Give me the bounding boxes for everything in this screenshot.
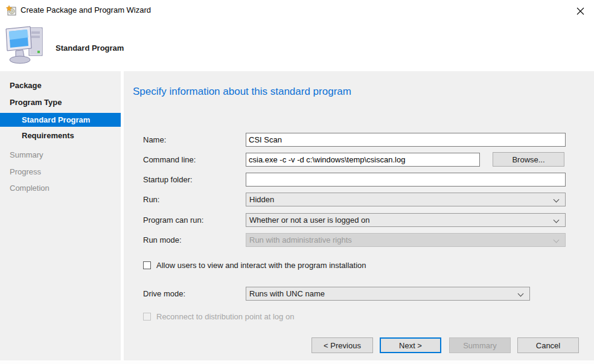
sidebar-item-package[interactable]: Package	[0, 79, 121, 92]
reconnect-checkbox	[143, 313, 151, 321]
run-label: Run:	[143, 195, 159, 204]
chevron-down-icon	[554, 217, 560, 223]
title-bar: Create Package and Program Wizard	[0, 0, 594, 22]
command-line-label: Command line:	[143, 155, 196, 164]
run-dropdown-value: Hidden	[249, 195, 274, 204]
drive-mode-dropdown-value: Runs with UNC name	[249, 289, 325, 298]
run-dropdown[interactable]: Hidden	[246, 193, 566, 206]
drive-mode-label: Drive mode:	[143, 289, 185, 298]
close-icon	[576, 7, 584, 15]
cancel-button[interactable]: Cancel	[517, 337, 579, 353]
sidebar-item-summary: Summary	[0, 148, 121, 162]
run-mode-dropdown-value: Run with administrative rights	[249, 235, 352, 244]
banner-title: Standard Program	[56, 43, 124, 53]
sidebar-item-standard-program[interactable]: Standard Program	[0, 113, 121, 127]
summary-button: Summary	[449, 337, 511, 353]
allow-interact-label: Allow users to view and interact with th…	[156, 261, 366, 270]
name-input[interactable]	[246, 133, 566, 147]
startup-folder-input[interactable]	[246, 173, 566, 187]
command-line-input[interactable]	[246, 153, 480, 167]
browse-button[interactable]: Browse...	[493, 152, 564, 167]
run-mode-dropdown: Run with administrative rights	[246, 233, 566, 247]
name-label: Name:	[143, 135, 166, 144]
previous-button[interactable]: < Previous	[311, 337, 373, 353]
wizard-banner: Standard Program	[0, 22, 594, 71]
program-can-run-dropdown[interactable]: Whether or not a user is logged on	[246, 213, 566, 227]
allow-interact-checkbox[interactable]	[143, 261, 151, 269]
wizard-content-pane: Specify information about this standard …	[124, 71, 594, 360]
allow-interact-checkbox-row[interactable]: Allow users to view and interact with th…	[143, 261, 366, 270]
program-can-run-label: Program can run:	[143, 216, 203, 225]
next-button[interactable]: Next >	[380, 337, 441, 353]
run-mode-label: Run mode:	[143, 235, 182, 244]
sidebar-item-program-type[interactable]: Program Type	[0, 96, 121, 109]
program-can-run-dropdown-value: Whether or not a user is logged on	[249, 216, 369, 225]
reconnect-label: Reconnect to distribution point at log o…	[156, 312, 294, 321]
chevron-down-icon	[554, 197, 560, 203]
drive-mode-dropdown[interactable]: Runs with UNC name	[246, 287, 530, 301]
close-button[interactable]	[570, 2, 590, 19]
sidebar-item-completion: Completion	[0, 182, 121, 195]
sidebar-item-progress: Progress	[0, 165, 121, 179]
wizard-window: { "window": { "title": "Create Package a…	[0, 0, 594, 364]
reconnect-checkbox-row: Reconnect to distribution point at log o…	[143, 312, 294, 321]
chevron-down-icon	[518, 291, 524, 297]
computer-icon	[4, 25, 47, 66]
wizard-app-icon	[6, 5, 17, 16]
page-title: Specify information about this standard …	[133, 86, 351, 98]
startup-folder-label: Startup folder:	[143, 175, 193, 184]
window-title: Create Package and Program Wizard	[21, 5, 151, 14]
wizard-body: Package Program Type Standard Program Re…	[0, 71, 594, 364]
wizard-steps-sidebar: Package Program Type Standard Program Re…	[0, 71, 121, 360]
window-bottom-edge	[0, 360, 594, 364]
chevron-down-icon	[554, 237, 560, 243]
sidebar-item-requirements[interactable]: Requirements	[0, 129, 121, 142]
